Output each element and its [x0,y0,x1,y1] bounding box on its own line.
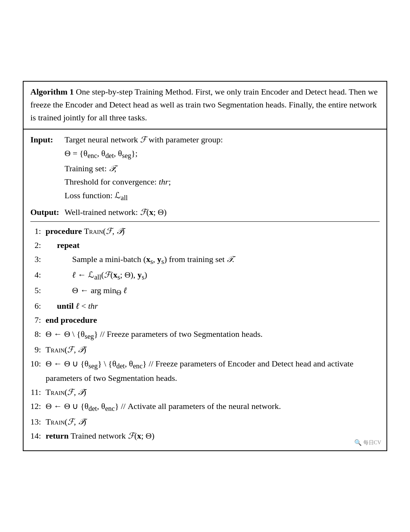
algorithm-title: One step-by-step Training Method. First,… [30,87,378,122]
step-content-14: return Trained network ℱ(x; Θ) [46,429,380,442]
step-13: 13: Train(ℱ, 𝒯) [30,415,380,428]
step-num-12: 12: [30,400,46,412]
step-content-5: Θ ← arg minΘ ℓ [46,284,380,298]
input-training-set: Training set: 𝒯; [65,162,380,175]
step-10: 10: Θ ← Θ ∪ {θseg} \ {θdet, θenc} // Fre… [30,357,380,385]
input-row: Input: Target neural network ℱ with para… [30,133,380,146]
step-content-10: Θ ← Θ ∪ {θseg} \ {θdet, θenc} // Freeze … [46,357,380,385]
step-num-7: 7: [30,314,46,326]
step-num-11: 11: [30,386,46,398]
output-content: Well-trained network: ℱ(x; Θ) [65,206,380,218]
input-threshold: Threshold for convergence: thr; [65,175,380,188]
input-first-line: Target neural network ℱ with parameter g… [65,133,380,146]
step-2: 2: repeat [30,239,380,252]
step-num-4: 4: [30,268,46,281]
step-content-2: repeat [46,239,380,252]
step-content-12: Θ ← Θ ∪ {θdet, θenc} // Activate all par… [46,400,380,414]
step-content-4: ℓ ← ℒall(ℱ(xs; Θ), ys) [46,268,380,283]
section-divider [30,221,380,222]
step-content-9: Train(ℱ, 𝒯) [46,343,380,356]
watermark-icon: 🔍 [354,438,362,447]
output-section: Output: Well-trained network: ℱ(x; Θ) [30,206,380,218]
step-num-8: 8: [30,328,46,340]
step-8: 8: Θ ← Θ \ {θseg} // Freeze parameters o… [30,328,380,342]
step-num-10: 10: [30,357,46,370]
steps-section: 1: procedure Train(ℱ, 𝒯) 2: repeat 3: Sa… [30,225,380,442]
step-num-6: 6: [30,300,46,312]
step-4: 4: ℓ ← ℒall(ℱ(xs; Θ), ys) [30,268,380,283]
step-6: 6: until ℓ < thr [30,300,380,313]
step-num-5: 5: [30,284,46,297]
step-num-13: 13: [30,415,46,428]
input-label: Input: [30,133,65,146]
step-num-2: 2: [30,239,46,251]
output-row: Output: Well-trained network: ℱ(x; Θ) [30,206,380,218]
step-content-3: Sample a mini-batch (xs, ys) from traini… [46,253,380,267]
step-num-1: 1: [30,225,46,237]
algorithm-content: Input: Target neural network ℱ with para… [24,129,386,450]
step-num-9: 9: [30,343,46,356]
step-num-3: 3: [30,253,46,265]
input-details: Θ = {θenc, θdet, θseg}; Training set: 𝒯;… [65,147,380,204]
step-3: 3: Sample a mini-batch (xs, ys) from tra… [30,253,380,267]
algorithm-caption: Algorithm 1 One step-by-step Training Me… [24,82,386,129]
step-content-7: end procedure [46,314,380,327]
step-14: 14: return Trained network ℱ(x; Θ) [30,429,380,442]
input-loss: Loss function: ℒall [65,189,380,204]
algorithm-box: Algorithm 1 One step-by-step Training Me… [23,81,387,451]
step-content-6: until ℓ < thr [46,300,380,313]
step-12: 12: Θ ← Θ ∪ {θdet, θenc} // Activate all… [30,400,380,414]
step-content-8: Θ ← Θ \ {θseg} // Freeze parameters of t… [46,328,380,342]
output-label: Output: [30,206,65,218]
step-9: 9: Train(ℱ, 𝒯) [30,343,380,356]
step-content-11: Train(ℱ, 𝒯) [46,386,380,399]
watermark: 🔍 每日CV [354,438,381,447]
step-content-1: procedure Train(ℱ, 𝒯) [46,225,380,238]
step-1: 1: procedure Train(ℱ, 𝒯) [30,225,380,238]
input-section: Input: Target neural network ℱ with para… [30,133,380,204]
step-11: 11: Train(ℱ, 𝒯) [30,386,380,399]
step-7: 7: end procedure [30,314,380,327]
input-theta: Θ = {θenc, θdet, θseg}; [65,147,380,162]
step-content-13: Train(ℱ, 𝒯) [46,415,380,428]
algorithm-label: Algorithm 1 [30,87,74,96]
watermark-text: 每日CV [363,439,381,447]
step-num-14: 14: [30,429,46,442]
step-5: 5: Θ ← arg minΘ ℓ [30,284,380,298]
